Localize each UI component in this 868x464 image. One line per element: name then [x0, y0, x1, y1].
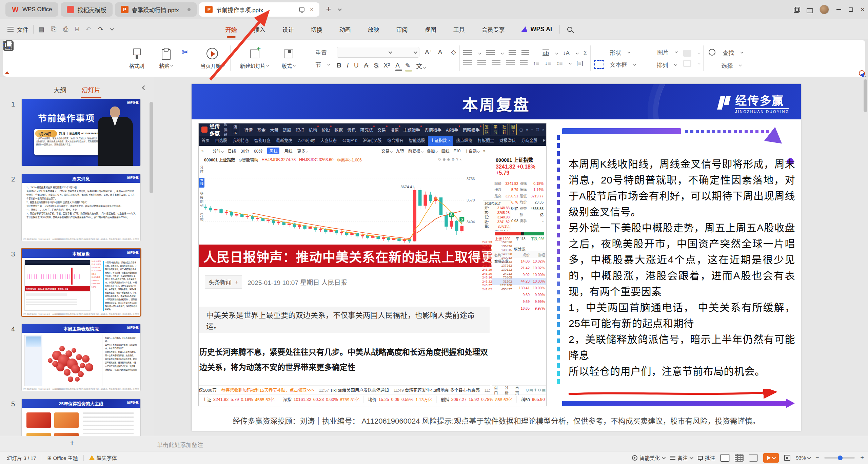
normal-view-button[interactable]	[721, 454, 729, 462]
shapes-button[interactable]: 形状	[594, 48, 635, 57]
index-quote[interactable]: 上证3241.825.790.18%4565.53亿	[199, 396, 279, 403]
app-nav-item[interactable]: 大盘状态	[318, 136, 339, 146]
paste-button[interactable]: 粘贴	[151, 48, 180, 69]
cut-icon[interactable]: ✂	[182, 47, 191, 57]
quote-bottom-tab[interactable]: 分析	[505, 385, 512, 395]
align-right-button[interactable]	[492, 60, 500, 66]
notes-button[interactable]: 备注	[670, 454, 692, 461]
ticker-item[interactable]: 11:57TikTok给美国用户发送关停通知	[319, 387, 389, 393]
file-tab[interactable]: P春季躁动行情.pptx	[115, 2, 197, 17]
slide-thumbnail-5[interactable]: 5 25年值得投资的大主线经传多赢	[0, 399, 154, 436]
app-menu-item[interactable]: AI猎手	[446, 127, 458, 133]
ribbon-tab-开始[interactable]: 开始	[225, 23, 238, 36]
font-size-select[interactable]	[394, 47, 419, 58]
close-window-button[interactable]: ×	[861, 6, 865, 13]
period-日线[interactable]: 日线	[228, 148, 236, 154]
period-更多[interactable]: 更多	[297, 148, 308, 154]
ticker-item[interactable]: 恭喜您收到加码福利15天春节补贴，点击领取>>>	[221, 387, 314, 393]
app-nav-item[interactable]: 我的持仓	[230, 136, 252, 146]
beautify-button[interactable]: 智能美化	[632, 454, 665, 461]
new-tab-button[interactable]: +	[326, 4, 331, 14]
maximize-button[interactable]	[849, 7, 853, 12]
layout-button[interactable]: 版式	[275, 48, 302, 69]
zoom-out-button[interactable]: −	[815, 454, 819, 461]
period-60分[interactable]: 60分	[254, 148, 262, 154]
picture-button[interactable]: 图片	[642, 47, 677, 57]
file-tab[interactable]: P节前操作事项.pptx×	[199, 2, 319, 17]
file-tab[interactable]: 找稻壳模板	[61, 2, 113, 17]
minimize-button[interactable]	[836, 9, 841, 10]
ribbon-tab-动画[interactable]: 动画	[339, 23, 352, 36]
app-menu-item[interactable]: 短打	[296, 127, 304, 133]
app-corner-button[interactable]: 学习	[492, 124, 499, 135]
app-nav-item[interactable]: 券商金股	[518, 136, 540, 146]
decrease-font-button[interactable]: A⁻	[438, 48, 446, 56]
period-30分[interactable]: 30分	[241, 148, 249, 154]
app-nav-item[interactable]: 最新龙虎	[273, 136, 295, 146]
align-center-button[interactable]	[477, 60, 486, 66]
increase-font-button[interactable]: A⁺	[425, 48, 433, 56]
font-color-button[interactable]: A	[395, 62, 400, 69]
new-slide-button[interactable]: 新建幻灯片	[234, 48, 275, 69]
font-family-select[interactable]	[337, 47, 394, 58]
bullet-list-button[interactable]	[463, 50, 472, 56]
clear-format-icon[interactable]: ◇	[451, 48, 456, 56]
app-nav-item[interactable]: 综合排名	[384, 136, 406, 146]
align-left-button[interactable]	[463, 60, 472, 66]
ribbon-tab-切换[interactable]: 切换	[310, 23, 323, 36]
align-text-button[interactable]: [≡]	[576, 60, 583, 67]
ticker-item[interactable]: 11:49台湾花莲发生4.3级地震 多个县市有震感	[394, 387, 480, 393]
app-nav-item[interactable]: 沪深京A股	[360, 136, 384, 146]
export-icon[interactable]: ⎘	[51, 25, 56, 33]
ribbon-tab-放映[interactable]: 放映	[367, 23, 380, 36]
slide-thumbnail-1[interactable]: 1 经传多赢 节前操作事项 1月24日 刘 涛 ｜ 执业编号:A11206190…	[0, 99, 154, 166]
line-spacing-button[interactable]: ↕≡	[556, 60, 563, 67]
tool-交易[interactable]: 交易	[381, 148, 392, 154]
constituent-row[interactable]: 9.699.99%	[492, 292, 547, 298]
app-corner-button[interactable]: 宝箱	[483, 124, 490, 135]
tool-九转[interactable]: 九转	[396, 148, 404, 154]
app-nav-item[interactable]: 财报潜伏	[497, 136, 518, 146]
numbered-list-button[interactable]	[486, 50, 495, 56]
justify-button[interactable]	[506, 60, 515, 66]
tool-叠加[interactable]: 叠加	[427, 148, 437, 154]
switch-windows-icon[interactable]	[794, 7, 799, 12]
ribbon-tab-会员专享[interactable]: 会员专享	[481, 23, 506, 36]
comment-button[interactable]: 批注	[698, 454, 715, 461]
app-menu-item[interactable]: 大盘	[270, 127, 278, 133]
quote-bottom-tab[interactable]: 首页	[515, 385, 522, 395]
expand-icon[interactable]: »	[483, 149, 486, 153]
reading-view-button[interactable]	[749, 454, 758, 462]
app-nav-item[interactable]: 热点纵览	[453, 136, 475, 146]
decrease-indent-button[interactable]	[509, 50, 516, 56]
ribbon-tab-工具[interactable]: 工具	[453, 23, 466, 36]
find-button[interactable]: 查找	[707, 47, 743, 57]
editing-canvas[interactable]: 本周复盘 经传多赢JINGZHUAN DUOYING 经传多赢 智操版 演示 行…	[154, 77, 868, 436]
index-quote[interactable]: 创指2067.2715.920.78%868.63亿	[437, 396, 517, 403]
app-menu-item[interactable]: 交易	[377, 127, 386, 133]
tab-list-chevron-icon[interactable]	[338, 7, 341, 11]
ribbon-tab-审阅[interactable]: 审阅	[396, 23, 409, 36]
app-menu-item[interactable]: 舆情猎手	[425, 127, 441, 133]
print-icon[interactable]: ⎙	[63, 25, 68, 33]
copy-icon[interactable]	[182, 60, 191, 69]
tool-＋自选[interactable]: ＋自选	[465, 148, 479, 154]
period-分时[interactable]: 分时	[213, 148, 223, 154]
avatar[interactable]	[820, 5, 829, 14]
app-corner-button[interactable]: 圈子	[510, 124, 517, 135]
qat-more-chevron-icon[interactable]	[110, 27, 114, 31]
app-menu-item[interactable]: 策略猎手	[463, 127, 480, 133]
period-周线[interactable]: 周线	[267, 148, 279, 154]
strikethrough-button[interactable]: A	[364, 62, 369, 69]
zoom-in-button[interactable]: +	[860, 454, 864, 461]
app-menu-item[interactable]: 基金	[257, 127, 265, 133]
slideshow-play-button[interactable]	[763, 453, 779, 463]
index-quote[interactable]: 科50965.909.510.99%1021.01亿	[517, 396, 547, 403]
search-icon[interactable]	[567, 27, 572, 32]
add-slide-button[interactable]: +	[70, 438, 75, 448]
period-月线[interactable]: 月线	[284, 148, 292, 154]
tool-画线[interactable]: 画线	[441, 148, 450, 154]
slide-thumbnail-3-selected[interactable]: 3 本周复盘经传多赢 人民日报钟声：推动中美关系在新的起点上取得更大进展 14.…	[0, 249, 154, 316]
char-border-button[interactable]: ab	[542, 50, 549, 57]
tab-outline[interactable]: 大纲	[53, 84, 67, 96]
